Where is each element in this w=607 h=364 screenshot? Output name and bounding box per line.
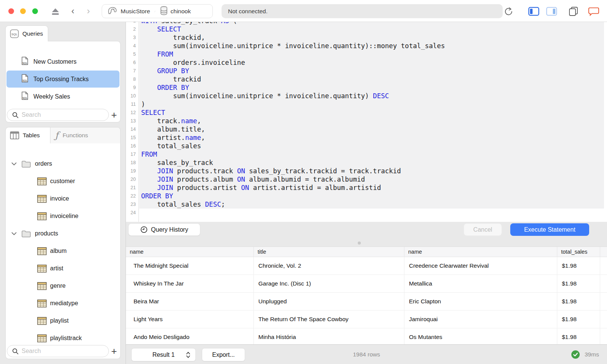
result-row[interactable]: Beira MarUnpluggedEric Clapton$1.98 (126, 293, 607, 311)
tab-tables-label: Tables (23, 132, 40, 139)
result-cell[interactable]: $1.98 (557, 275, 600, 292)
result-cell[interactable]: Light Years (126, 311, 253, 328)
result-cell[interactable]: Jamiroquai (404, 311, 557, 328)
result-cell[interactable]: Unplugged (253, 293, 404, 310)
result-cell[interactable]: $1.98 (557, 293, 600, 310)
result-row[interactable]: Whiskey In The JarGarage Inc. (Disc 1)Me… (126, 275, 607, 293)
sql-badge-icon: SQL (10, 29, 19, 38)
breadcrumb-database-label: chinook (171, 8, 191, 15)
result-cell[interactable]: The Midnight Special (126, 257, 253, 275)
result-cell-spacer (600, 293, 607, 310)
code-line: ) (141, 100, 145, 108)
result-cell[interactable]: Os Mutantes (404, 328, 557, 344)
zoom-window-button[interactable] (32, 8, 38, 14)
result-cell[interactable]: Eric Clapton (404, 293, 557, 310)
splitter-handle[interactable] (358, 242, 361, 245)
code-line: trackid, (141, 33, 205, 42)
query-item-label: Top Grossing Tracks (33, 76, 89, 83)
table-item-album[interactable]: album (6, 242, 120, 260)
column-header-title[interactable]: title (253, 247, 404, 257)
line-number: 24 (126, 209, 136, 217)
result-cell[interactable]: Ando Meio Desligado (126, 328, 253, 344)
code-line: ORDER BY (141, 83, 189, 92)
queries-search-field[interactable] (7, 109, 109, 121)
query-item-weekly-sales[interactable]: SQLWeekly Sales (6, 88, 120, 105)
execute-statement-button[interactable]: Execute Statement (510, 223, 589, 236)
result-cell[interactable]: The Return Of The Space Cowboy (253, 311, 404, 328)
tab-functions[interactable]: ƒ Functions (55, 129, 120, 141)
table-item-invoice[interactable]: invoice (6, 190, 120, 207)
column-header-name[interactable]: name (126, 247, 253, 257)
table-item-customer[interactable]: customer (6, 173, 120, 190)
table-icon (37, 334, 47, 342)
queries-search-input[interactable] (22, 111, 97, 118)
disconnect-eject-icon[interactable] (50, 6, 61, 16)
sql-editor[interactable]: 123456789101112131415161718192021222324 … (126, 22, 607, 222)
code-line: SELECT (141, 108, 165, 117)
windows-icon[interactable] (568, 6, 579, 16)
title-bar: ‹ › MusicStore chinook Not conne (0, 0, 607, 22)
back-button[interactable]: ‹ (71, 6, 74, 16)
results-header-row[interactable]: nametitlenametotal_sales (126, 246, 607, 257)
cancel-button[interactable]: Cancel (464, 223, 502, 236)
tab-tables[interactable]: Tables (5, 127, 50, 143)
schema-folder-orders[interactable]: orders (6, 155, 120, 173)
column-header-name[interactable]: name (404, 247, 557, 257)
table-item-genre[interactable]: genre (6, 277, 120, 295)
breadcrumb-database[interactable]: chinook (155, 5, 195, 18)
tab-queries-label: Queries (22, 30, 43, 37)
result-cell[interactable]: Minha História (253, 328, 404, 344)
sql-file-icon: SQL (21, 56, 28, 67)
result-cell[interactable]: Garage Inc. (Disc 1) (253, 275, 404, 292)
minimize-window-button[interactable] (20, 8, 26, 14)
chevron-down-icon[interactable] (11, 232, 17, 235)
result-cell[interactable]: Metallica (404, 275, 557, 292)
result-cell[interactable]: $1.98 (557, 257, 600, 275)
tables-search-field[interactable] (7, 345, 109, 357)
column-header-total_sales[interactable]: total_sales (557, 247, 600, 257)
result-cell[interactable]: $1.98 (557, 311, 600, 328)
result-cell[interactable]: Whiskey In The Jar (126, 275, 253, 292)
feedback-chat-icon[interactable] (588, 6, 599, 16)
result-cell[interactable]: Creedence Clearwater Revival (404, 257, 557, 275)
add-table-button[interactable]: + (111, 347, 117, 355)
column-header-spacer (600, 247, 607, 257)
forward-button[interactable]: › (87, 6, 90, 16)
breadcrumb-server[interactable]: MusicStore (102, 5, 155, 18)
query-item-top-grossing-tracks[interactable]: SQLTop Grossing Tracks (6, 71, 120, 88)
table-item-playlisttrack[interactable]: playlisttrack (6, 329, 120, 347)
result-row[interactable]: Light YearsThe Return Of The Space Cowbo… (126, 311, 607, 328)
add-query-button[interactable]: + (111, 111, 117, 119)
schema-folder-products[interactable]: products (6, 225, 120, 242)
results-rows[interactable]: The Midnight SpecialChronicle, Vol. 2Cre… (126, 257, 607, 344)
toggle-left-sidebar-icon[interactable] (528, 6, 539, 16)
result-row[interactable]: Ando Meio DesligadoMinha HistóriaOs Muta… (126, 328, 607, 344)
line-number: 21 (126, 184, 136, 192)
close-window-button[interactable] (8, 8, 14, 14)
query-history-button[interactable]: Query History (128, 223, 200, 236)
table-label: invoice (50, 195, 69, 202)
line-number: 23 (126, 200, 136, 209)
table-item-mediatype[interactable]: mediatype (6, 295, 120, 312)
table-item-invoiceline[interactable]: invoiceline (6, 207, 120, 225)
toggle-right-sidebar-icon[interactable] (546, 6, 557, 16)
table-label: artist (50, 265, 63, 272)
success-check-icon (571, 350, 580, 360)
line-number: 16 (126, 142, 136, 150)
database-icon (160, 6, 168, 17)
chevron-down-icon[interactable] (11, 162, 17, 166)
result-cell[interactable]: Beira Mar (126, 293, 253, 310)
clock-icon (140, 226, 148, 233)
table-item-artist[interactable]: artist (6, 260, 120, 277)
refresh-icon[interactable] (503, 6, 514, 16)
result-cell[interactable]: Chronicle, Vol. 2 (253, 257, 404, 275)
table-item-playlist[interactable]: playlist (6, 312, 120, 329)
function-icon: ƒ (55, 130, 58, 141)
code-line: JOIN products.track ON sales_by_track.tr… (141, 167, 401, 175)
query-item-new-customers[interactable]: SQLNew Customers (6, 53, 120, 70)
tables-search-input[interactable] (22, 348, 97, 355)
result-row[interactable]: The Midnight SpecialChronicle, Vol. 2Cre… (126, 257, 607, 275)
result-cell-spacer (600, 311, 607, 328)
result-cell[interactable]: $1.98 (557, 328, 600, 344)
tab-queries[interactable]: SQL Queries (5, 25, 48, 41)
